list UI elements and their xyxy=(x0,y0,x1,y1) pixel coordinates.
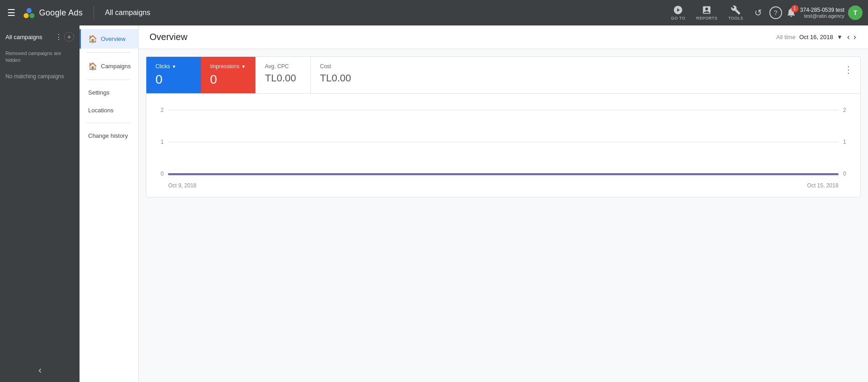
campaigns-home-icon: 🏠 xyxy=(88,62,97,70)
sidebar-collapse-button[interactable] xyxy=(0,359,80,382)
nav-item-campaigns-label: Campaigns xyxy=(101,63,131,70)
user-info[interactable]: 374-285-0539 test test@ratin.agency T xyxy=(800,5,863,20)
nav-item-locations-label: Locations xyxy=(88,107,114,114)
metric-impressions-label: Impressions ▼ xyxy=(210,63,246,70)
user-text: 374-285-0539 test test@ratin.agency xyxy=(800,7,844,19)
top-navigation: ☰ Google Ads All campaigns GO TO REPORTS… xyxy=(0,0,868,25)
nav-divider-3 xyxy=(87,123,131,123)
sidebar-expand-button[interactable]: + xyxy=(64,32,74,42)
help-button[interactable]: ? xyxy=(769,6,782,19)
svg-point-2 xyxy=(30,13,35,18)
reports-icon xyxy=(702,5,712,15)
date-nav-buttons: ‹ › xyxy=(846,31,857,43)
nav-item-change-history-label: Change history xyxy=(88,132,128,139)
chart-area: 2 1 0 2 1 0 Oct 9, 2018 Oct 15, 2018 xyxy=(146,94,860,197)
date-filter-value: Oct 16, 2018 xyxy=(799,34,833,40)
goto-button[interactable]: GO TO xyxy=(668,3,689,22)
sidebar-all-campaigns[interactable]: All campaigns ⋮ + xyxy=(0,25,80,48)
svg-text:Oct 15, 2018: Oct 15, 2018 xyxy=(807,182,838,189)
sidebar-no-match: No matching campaigns xyxy=(0,70,80,83)
metric-tile-impressions[interactable]: Impressions ▼ 0 xyxy=(201,57,255,93)
chart-more-button[interactable]: ⋮ xyxy=(837,57,860,93)
overview-home-icon: 🏠 xyxy=(88,35,97,43)
tools-label: TOOLS xyxy=(728,16,743,20)
date-filter-label: All time xyxy=(776,34,796,40)
current-view-title: All campaigns xyxy=(105,9,150,17)
refresh-button[interactable]: ↺ xyxy=(751,5,766,20)
nav-left: ☰ Google Ads All campaigns xyxy=(5,5,668,20)
clicks-dropdown-icon: ▼ xyxy=(172,64,176,69)
nav-item-change-history[interactable]: Change history xyxy=(80,127,138,145)
tools-button[interactable]: TOOLS xyxy=(725,3,747,22)
three-dot-icon: ⋮ xyxy=(844,64,853,75)
svg-text:2: 2 xyxy=(160,107,164,113)
metric-clicks-value: 0 xyxy=(155,72,192,87)
page-title: Overview xyxy=(150,32,187,42)
user-name: 374-285-0539 test xyxy=(800,7,844,13)
goto-icon xyxy=(673,5,683,15)
chart-metrics: Clicks ▼ 0 Impressions ▼ 0 xyxy=(146,57,860,94)
nav-item-campaigns[interactable]: 🏠 Campaigns xyxy=(80,56,138,76)
metric-tile-avg-cpc[interactable]: Avg. CPC TL0.00 xyxy=(256,57,310,93)
metric-tile-clicks[interactable]: Clicks ▼ 0 xyxy=(146,57,201,93)
content-header: Overview All time Oct 16, 2018 ▼ ‹ › xyxy=(139,25,868,49)
metric-spacer xyxy=(365,57,837,93)
svg-point-3 xyxy=(26,8,31,13)
chart-container: Clicks ▼ 0 Impressions ▼ 0 xyxy=(146,56,861,197)
google-ads-logo-icon xyxy=(22,5,36,20)
notification-button[interactable]: 1 xyxy=(786,7,797,19)
main-layout: All campaigns ⋮ + Removed campaigns are … xyxy=(0,25,868,382)
sidebar-actions: ⋮ + xyxy=(55,32,74,42)
date-prev-button[interactable]: ‹ xyxy=(846,31,851,43)
app-name: Google Ads xyxy=(39,8,83,18)
main-content: Overview All time Oct 16, 2018 ▼ ‹ › Cli… xyxy=(139,25,868,382)
reports-label: REPORTS xyxy=(696,16,718,20)
notification-badge: 1 xyxy=(791,5,798,12)
metric-tile-cost[interactable]: Cost TL0.00 xyxy=(311,57,365,93)
nav-item-overview[interactable]: 🏠 Overview xyxy=(80,29,138,49)
date-filter[interactable]: All time Oct 16, 2018 ▼ ‹ › xyxy=(776,31,857,43)
hamburger-icon[interactable]: ☰ xyxy=(5,5,17,20)
nav-right: GO TO REPORTS TOOLS ↺ ? 1 374-285-0539 t… xyxy=(668,3,863,22)
secondary-nav: 🏠 Overview 🏠 Campaigns Settings Location… xyxy=(80,25,139,382)
sidebar-info: Removed campaigns are hidden xyxy=(0,48,80,70)
metric-impressions-value: 0 xyxy=(210,72,246,87)
nav-item-overview-label: Overview xyxy=(101,35,125,42)
sidebar-all-campaigns-label: All campaigns xyxy=(5,34,42,40)
goto-label: GO TO xyxy=(671,16,685,20)
svg-text:1: 1 xyxy=(843,139,846,145)
nav-item-settings[interactable]: Settings xyxy=(80,84,138,101)
metric-avg-cpc-value: TL0.00 xyxy=(265,72,301,84)
svg-text:0: 0 xyxy=(843,171,846,177)
svg-text:0: 0 xyxy=(160,171,164,177)
left-sidebar: All campaigns ⋮ + Removed campaigns are … xyxy=(0,25,80,382)
reports-button[interactable]: REPORTS xyxy=(693,3,721,22)
date-filter-dropdown-icon: ▼ xyxy=(837,34,843,40)
svg-text:1: 1 xyxy=(160,139,164,145)
tools-icon xyxy=(731,5,741,15)
metric-clicks-label: Clicks ▼ xyxy=(155,63,192,70)
google-ads-logo: Google Ads xyxy=(22,5,83,20)
nav-divider-2 xyxy=(87,80,131,80)
nav-divider-1 xyxy=(87,52,131,53)
date-next-button[interactable]: › xyxy=(853,31,857,43)
user-avatar: T xyxy=(848,5,863,20)
svg-point-1 xyxy=(24,13,29,18)
metric-avg-cpc-label: Avg. CPC xyxy=(265,63,301,70)
nav-item-settings-label: Settings xyxy=(88,89,110,96)
metric-cost-label: Cost xyxy=(320,63,356,70)
impressions-dropdown-icon: ▼ xyxy=(241,64,246,69)
nav-item-locations[interactable]: Locations xyxy=(80,101,138,119)
sidebar-dot-menu-icon[interactable]: ⋮ xyxy=(55,33,62,41)
svg-text:2: 2 xyxy=(843,107,846,113)
nav-divider xyxy=(94,6,94,19)
svg-text:Oct 9, 2018: Oct 9, 2018 xyxy=(168,182,196,189)
user-email: test@ratin.agency xyxy=(804,13,844,19)
chevron-left-icon xyxy=(36,367,44,375)
metric-cost-value: TL0.00 xyxy=(320,72,356,84)
chart-svg: 2 1 0 2 1 0 Oct 9, 2018 Oct 15, 2018 xyxy=(150,101,857,192)
